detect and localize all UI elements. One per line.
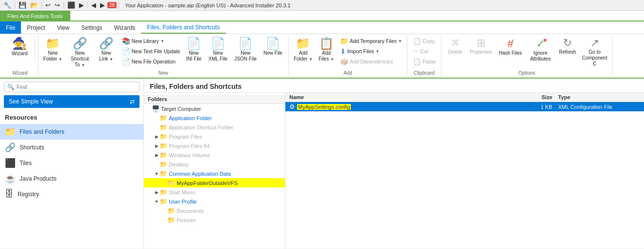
- sidebar-item-registry[interactable]: 🗄 Registry: [0, 187, 143, 202]
- menu-file[interactable]: File: [0, 21, 21, 34]
- new-ini-button[interactable]: 📄 NewINI File: [183, 36, 204, 63]
- qa-back[interactable]: ◀: [90, 1, 98, 9]
- new-xml-button[interactable]: 📄 NewXML File: [205, 36, 230, 63]
- common-app-data-label: Common Application Data: [169, 171, 231, 177]
- qa-undo[interactable]: ↩: [44, 1, 52, 9]
- sidebar-item-shortcuts[interactable]: 🔗 Shortcuts: [0, 140, 143, 155]
- user-profile-icon: 📁: [160, 198, 167, 205]
- refresh-button[interactable]: ↻ Refresh: [556, 36, 579, 57]
- sidebar-item-files-and-folders[interactable]: 📁 Files and Folders: [0, 124, 143, 140]
- file-row-myappsettings[interactable]: ⚙ MyAppSettings.config 1 KB XML Configur…: [285, 102, 644, 111]
- tree-item-target-computer[interactable]: 🖥️ Target Computer: [144, 104, 285, 113]
- new-library-icon: 📚: [122, 37, 130, 45]
- pictures-label: Pictures: [177, 217, 196, 223]
- menu-view[interactable]: View: [51, 21, 76, 34]
- tree-item-program-files[interactable]: ▶ 📁 Program Files: [144, 132, 285, 141]
- new-folder-button[interactable]: 📁 NewFolder ▼: [41, 36, 64, 63]
- program-files-64-label: Program Files 64: [169, 143, 210, 149]
- qa-run[interactable]: ▶: [78, 1, 85, 9]
- new-json-button[interactable]: 📄 NewJSON File: [231, 36, 260, 63]
- search-input[interactable]: [17, 84, 136, 90]
- new-file-button[interactable]: 📄 New File: [261, 36, 285, 58]
- resources-title: Resources: [0, 112, 143, 124]
- sidebar-item-java-products[interactable]: ☕ Java Products: [0, 171, 143, 187]
- new-library-button[interactable]: 📚 New Library ▼: [120, 36, 182, 46]
- add-temporary-icon: 📁: [340, 37, 348, 45]
- new-text-file-update-label: New Text File Update: [132, 48, 181, 54]
- menu-project[interactable]: Project: [21, 21, 51, 34]
- tree-item-program-files-64[interactable]: ▶ 📁 Program Files 64: [144, 141, 285, 150]
- pictures-icon: 📁: [167, 216, 175, 224]
- menu-files-folders-shortcuts[interactable]: Files, Folders and Shortcuts: [141, 21, 225, 34]
- cut-icon: ✂: [413, 47, 419, 55]
- properties-button[interactable]: ⊞ Properties: [467, 36, 495, 57]
- search-box[interactable]: 🔍: [4, 82, 140, 92]
- qa-badge[interactable]: 28: [107, 2, 117, 8]
- new-file-operation-button[interactable]: 📄 New File Operation: [120, 57, 182, 66]
- qa-build[interactable]: ⬛: [66, 1, 77, 9]
- tree-item-common-app-data[interactable]: ▼ 📁 Common Application Data: [144, 169, 285, 178]
- add-dependencies-button[interactable]: 📦 Add Dependencies: [338, 57, 404, 66]
- file-name-col: ⚙ MyAppSettings.config: [289, 103, 523, 110]
- cut-button[interactable]: ✂ Cut: [411, 46, 438, 56]
- add-temporary-files-label: Add Temporary Files: [350, 38, 397, 44]
- user-profile-arrow: ▼: [154, 199, 160, 204]
- tree-item-start-menu[interactable]: ▶ 📁 Start Menu: [144, 187, 285, 197]
- ribbon-group-clipboard: 📋 Copy ✂ Cut 📋 Paste Clipboard: [407, 35, 442, 77]
- new-shortcut-button[interactable]: 🔗 New ShortcutTo ▼: [65, 36, 95, 69]
- file-name-label: MyAppSettings.config: [297, 104, 351, 110]
- tree-item-application-folder[interactable]: 📁 Application Folder: [144, 113, 285, 123]
- qa-sep-4: [87, 2, 88, 9]
- qa-save[interactable]: 💾: [17, 1, 28, 9]
- tree-item-windows-volume[interactable]: ▶ 📁 Windows Volume: [144, 150, 285, 160]
- add-deps-icon: 📦: [340, 58, 348, 65]
- qa-sep-2: [41, 2, 42, 9]
- copy-button[interactable]: 📋 Copy: [411, 36, 438, 46]
- qa-forward[interactable]: ▶: [99, 1, 106, 9]
- qa-open[interactable]: 📂: [29, 1, 40, 9]
- sidebar-item-files-and-folders-label: Files and Folders: [20, 128, 64, 135]
- ignore-attributes-button[interactable]: ✓ ✖ Ignore Attributes: [526, 36, 555, 63]
- paste-button[interactable]: 📋 Paste: [411, 57, 438, 66]
- new-file-operation-label: New File Operation: [132, 59, 176, 64]
- wizard-label: Wizard: [12, 50, 28, 57]
- goto-component-button[interactable]: ↗ Go to Component C: [580, 36, 609, 68]
- windows-volume-arrow: ▶: [154, 153, 160, 158]
- tree-item-pictures[interactable]: 📁 Pictures: [144, 215, 285, 225]
- wizard-button[interactable]: 🧙 Wizard: [9, 36, 31, 58]
- new-text-file-update-button[interactable]: 📄 New Text File Update: [120, 46, 182, 56]
- delete-button[interactable]: ✖ Delete: [444, 36, 466, 57]
- documents-label: Documents: [177, 208, 204, 214]
- hash-files-button[interactable]: # ✓ Hash Files: [496, 36, 525, 58]
- folders-header: Folders: [144, 95, 285, 104]
- tree-item-documents[interactable]: 📁 Documents: [144, 206, 285, 215]
- refresh-icon: ↻: [563, 38, 572, 48]
- new-xml-label: NewXML File: [208, 50, 227, 62]
- start-menu-arrow: ▶: [154, 190, 160, 195]
- import-files-button[interactable]: ⬇ Import Files ▼: [338, 46, 404, 56]
- qa-redo[interactable]: ↪: [53, 1, 61, 9]
- tree-item-myappfolder[interactable]: 📁 MyAppFolderOutsideVFS: [144, 178, 285, 187]
- start-menu-icon: 📁: [160, 188, 167, 196]
- new-json-label: NewJSON File: [234, 50, 257, 62]
- menu-wizards[interactable]: Wizards: [108, 21, 141, 34]
- new-text-file-icon: 📄: [122, 47, 130, 55]
- tree-item-application-shortcut-folder[interactable]: 📁 Application Shortcut Folder: [144, 123, 285, 132]
- add-temporary-files-button[interactable]: 📁 Add Temporary Files ▼: [338, 36, 404, 46]
- menu-settings[interactable]: Settings: [76, 21, 108, 34]
- tree-item-user-profile[interactable]: ▼ 📁 User Profile: [144, 197, 285, 206]
- qa-logo[interactable]: 🔧: [2, 1, 13, 9]
- tree-item-desktop[interactable]: 📁 Desktop: [144, 160, 285, 169]
- file-list: Name Size Type ⚙ MyAppSettings.config 1 …: [285, 93, 644, 249]
- new-link-button[interactable]: 🔗 NewLink ▼: [96, 36, 117, 63]
- col-type-header: Type: [552, 94, 640, 100]
- title-bar-text: Your Application - sample.aip (English U…: [125, 2, 291, 8]
- delete-icon: ✖: [451, 38, 460, 48]
- see-simple-view-button[interactable]: See Simple View ⇄: [4, 95, 140, 108]
- files-folders-tools-tab[interactable]: Files And Folders Tools: [0, 11, 70, 21]
- app-folder-icon: 📁: [160, 114, 167, 122]
- add-folder-button[interactable]: 📁 AddFolder ▼: [292, 36, 315, 63]
- shortcuts-icon: 🔗: [5, 142, 16, 153]
- sidebar-item-tiles[interactable]: ⬛ Tiles: [0, 155, 143, 171]
- add-files-button[interactable]: 📋 AddFiles ▼: [316, 36, 337, 63]
